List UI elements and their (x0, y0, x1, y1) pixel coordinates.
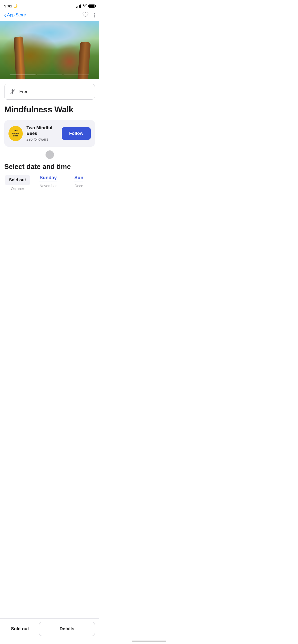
organizer-name: Two Mindful Bees (26, 125, 62, 136)
image-progress-bar (10, 75, 89, 75)
no-price-icon (9, 88, 16, 95)
nav-actions (82, 11, 95, 19)
back-button[interactable]: ‹ App Store (4, 12, 26, 18)
scroll-indicator (0, 150, 99, 159)
date-column-october[interactable]: Sold out October (4, 175, 31, 191)
status-icons (76, 4, 95, 8)
december-month: Dece (66, 184, 92, 188)
more-menu-icon[interactable] (94, 13, 95, 17)
free-label: Free (19, 89, 29, 94)
moon-icon: 🌙 (13, 4, 17, 8)
wifi-icon (83, 4, 87, 8)
follow-button[interactable]: Follow (62, 127, 91, 140)
status-bar: 9:41 🌙 (0, 0, 99, 10)
section-title: Select date and time (0, 160, 99, 175)
signal-icon (76, 4, 81, 8)
october-month: October (4, 187, 31, 191)
sun-partial-label: Sun (74, 175, 83, 182)
organizer-details: Two Mindful Bees 296 followers (26, 125, 62, 141)
back-arrow-icon: ‹ (4, 12, 6, 18)
progress-segment-2 (37, 75, 62, 75)
date-column-november[interactable]: Sunday November (35, 175, 61, 191)
like-icon[interactable] (82, 11, 89, 19)
free-badge: Free (4, 84, 95, 100)
date-column-december[interactable]: Sun Dece (66, 175, 92, 191)
progress-segment-3 (64, 75, 89, 75)
sold-out-label: Sold out (5, 175, 30, 185)
battery-icon (88, 4, 95, 8)
hero-image (0, 21, 99, 79)
status-time: 9:41 🌙 (4, 4, 17, 8)
nav-bar: ‹ App Store (0, 10, 99, 21)
tree-scene (0, 21, 99, 79)
november-month: November (35, 184, 61, 188)
organizer-followers: 296 followers (26, 137, 62, 141)
time-display: 9:41 (4, 4, 12, 8)
organizer-logo: Two Mindful Bees (8, 126, 23, 141)
organizer-card: Two Mindful Bees Two Mindful Bees 296 fo… (4, 120, 95, 147)
progress-segment-1 (10, 75, 36, 75)
date-columns: Sold out October Sunday November Sun Dec… (4, 175, 99, 191)
scroll-dot (46, 150, 54, 159)
event-title: Mindfulness Walk (0, 100, 99, 116)
organizer-info: Two Mindful Bees Two Mindful Bees 296 fo… (8, 125, 62, 141)
back-label: App Store (7, 13, 26, 17)
sunday-label: Sunday (39, 175, 57, 182)
organizer-logo-text: Two Mindful Bees (11, 129, 20, 138)
date-time-selector: Sold out October Sunday November Sun Dec… (0, 175, 99, 191)
